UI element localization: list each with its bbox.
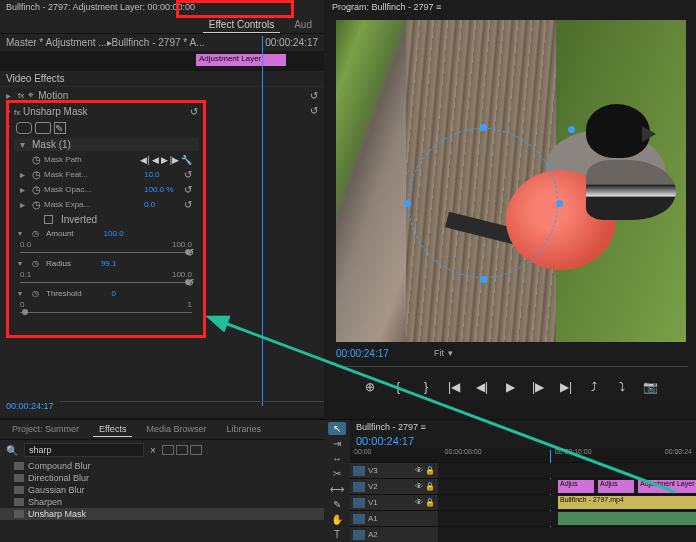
mask-handle[interactable] <box>556 200 563 207</box>
track-header-v3[interactable]: V3👁 🔒 <box>350 463 438 478</box>
threshold-value[interactable]: 0 <box>112 289 116 298</box>
clip-audio[interactable] <box>558 512 696 525</box>
type-tool[interactable]: T <box>328 528 346 541</box>
effects-search-input[interactable] <box>24 443 144 457</box>
timeline-ruler[interactable]: 00:0000:00:08:0000:00:16:0000:00:24 <box>350 448 696 462</box>
reset-icon[interactable]: ↺ <box>184 199 192 210</box>
mark-in-button[interactable]: { <box>391 380 405 394</box>
step-back-button[interactable]: ◀| <box>475 380 489 394</box>
go-to-in-button[interactable]: |◀ <box>447 380 461 394</box>
effect-item[interactable]: Compound Blur <box>0 460 324 472</box>
effect-item[interactable]: Directional Blur <box>0 472 324 484</box>
sequence-tab[interactable]: Bullfinch - 2797 ≡ <box>350 420 696 434</box>
stopwatch-icon[interactable]: ◷ <box>32 184 40 195</box>
mask-center-handle[interactable] <box>568 126 575 133</box>
ec-clip[interactable]: Adjustment Layer <box>196 54 286 66</box>
reset-icon[interactable]: ↺ <box>190 106 198 117</box>
mask-opacity-value[interactable]: 100.0 % <box>144 185 180 194</box>
ec-ruler[interactable] <box>60 401 324 411</box>
program-ruler[interactable] <box>336 366 688 374</box>
slip-tool[interactable]: ⟷ <box>328 483 346 496</box>
mask-handle[interactable] <box>480 124 487 131</box>
ellipse-mask-button[interactable] <box>16 122 32 134</box>
program-zoom[interactable]: Fit▾ <box>434 348 453 358</box>
twirl-icon[interactable]: ▸ <box>6 90 14 101</box>
step-forward-button[interactable]: |▶ <box>531 380 545 394</box>
radius-slider[interactable]: ↺ <box>20 280 192 286</box>
tab-effects[interactable]: Effects <box>93 422 132 437</box>
mask-path-transport[interactable]: ◀|◀▶|▶🔧 <box>140 155 192 165</box>
stopwatch-icon[interactable]: ◷ <box>32 199 40 210</box>
stopwatch-icon[interactable]: ◷ <box>32 229 40 238</box>
amount-value[interactable]: 100.0 <box>104 229 124 238</box>
mask-name[interactable]: Mask (1) <box>32 139 71 150</box>
reset-icon[interactable]: ↺ <box>310 90 318 101</box>
stopwatch-icon[interactable]: ◷ <box>32 259 40 268</box>
lift-button[interactable]: ⤴ <box>587 380 601 394</box>
hand-tool[interactable]: ✋ <box>328 513 346 526</box>
track-header-v2[interactable]: V2👁 🔒 <box>350 479 438 494</box>
reset-icon[interactable]: ↺ <box>184 184 192 195</box>
razor-tool[interactable]: ✂ <box>328 467 346 480</box>
clip-adjustment[interactable]: Adjus <box>558 480 594 493</box>
track-header-v1[interactable]: V1👁 🔒 <box>350 495 438 510</box>
stopwatch-icon[interactable]: ◷ <box>32 289 40 298</box>
rectangle-mask-button[interactable] <box>35 122 51 134</box>
pen-tool[interactable]: ✎ <box>328 498 346 511</box>
tab-project[interactable]: Project: Summer <box>6 422 85 437</box>
play-button[interactable]: ▶ <box>503 380 517 394</box>
tab-media-browser[interactable]: Media Browser <box>140 422 212 437</box>
radius-value[interactable]: 99.1 <box>101 259 117 268</box>
reset-icon[interactable]: ↺ <box>186 277 194 288</box>
ec-mini-timeline[interactable]: Adjustment Layer <box>0 51 324 71</box>
clip-adjustment[interactable]: Adjustment Layer <box>638 480 696 493</box>
program-timecode[interactable]: 00:00:24:17 <box>336 348 389 359</box>
twirl-icon[interactable]: ▸ <box>20 199 28 210</box>
twirl-down-icon[interactable]: ▾ <box>20 139 28 150</box>
selection-tool[interactable]: ↖ <box>328 422 346 435</box>
ec-timecode[interactable]: 00:00:24:17 <box>6 401 54 411</box>
ec-playhead[interactable] <box>262 36 263 406</box>
preset-filter-icons[interactable] <box>162 445 202 455</box>
twirl-icon[interactable]: ▸ <box>20 169 28 180</box>
reset-icon[interactable]: ↺ <box>310 105 318 116</box>
twirl-down-icon[interactable]: ▾ <box>18 289 26 298</box>
mask-item[interactable]: ▾ Mask (1) <box>14 138 198 151</box>
tab-effect-controls[interactable]: Effect Controls <box>203 17 280 33</box>
program-viewer[interactable] <box>336 20 686 342</box>
mark-out-button[interactable]: } <box>419 380 433 394</box>
stopwatch-icon[interactable]: ◷ <box>32 154 40 165</box>
amount-slider[interactable]: ↺ <box>20 250 192 256</box>
ripple-tool[interactable]: ↔ <box>328 452 346 465</box>
clip-video[interactable]: Bullfinch - 2797.mp4 <box>558 496 696 509</box>
go-to-out-button[interactable]: ▶| <box>559 380 573 394</box>
pen-mask-button[interactable]: ✎ <box>54 122 66 134</box>
reset-icon[interactable]: ↺ <box>186 247 194 258</box>
mask-overlay[interactable] <box>408 128 558 278</box>
mask-expansion-value[interactable]: 0.0 <box>144 200 180 209</box>
timeline-timecode[interactable]: 00:00:24:17 <box>350 434 696 448</box>
stopwatch-icon[interactable]: ◷ <box>32 169 40 180</box>
track-select-tool[interactable]: ⇥ <box>328 437 346 450</box>
effect-item[interactable]: Gaussian Blur <box>0 484 324 496</box>
tab-audio[interactable]: Aud <box>288 17 318 32</box>
track-header-a2[interactable]: A2 <box>350 527 438 542</box>
twirl-down-icon[interactable]: ▾ <box>18 259 26 268</box>
mask-handle[interactable] <box>480 276 487 283</box>
export-frame-button[interactable]: 📷 <box>643 380 657 394</box>
reset-icon[interactable]: ↺ <box>184 169 192 180</box>
extract-button[interactable]: ⤵ <box>615 380 629 394</box>
mask-handle[interactable] <box>404 200 411 207</box>
tab-libraries[interactable]: Libraries <box>220 422 267 437</box>
clear-search-icon[interactable]: × <box>150 445 156 456</box>
clip-adjustment[interactable]: Adjus <box>598 480 634 493</box>
twirl-icon[interactable]: ▸ <box>20 184 28 195</box>
track-header-a1[interactable]: A1 <box>350 511 438 526</box>
mask-feather-value[interactable]: 10.0 <box>144 170 180 179</box>
threshold-slider[interactable] <box>20 310 192 316</box>
effect-item-selected[interactable]: Unsharp Mask <box>0 508 324 520</box>
effect-item[interactable]: Sharpen <box>0 496 324 508</box>
inverted-checkbox[interactable] <box>44 215 53 224</box>
twirl-down-icon[interactable]: ▾ <box>18 229 26 238</box>
add-marker-button[interactable]: ⊕ <box>363 380 377 394</box>
